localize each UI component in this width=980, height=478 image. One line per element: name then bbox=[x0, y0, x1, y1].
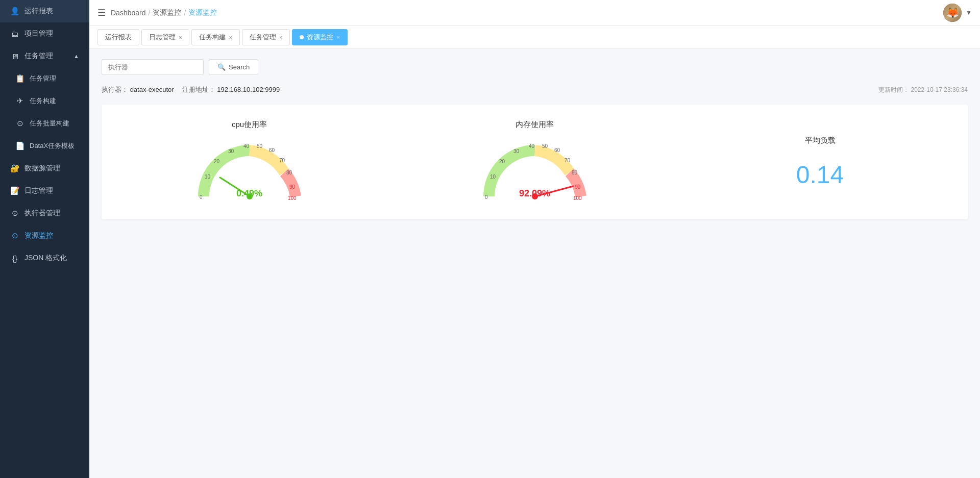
sidebar-item-label: 执行器管理 bbox=[24, 209, 60, 218]
tabs-bar: 运行报表 日志管理 × 任务构建 × 任务管理 × 资源监控 × bbox=[89, 26, 980, 49]
sidebar-item-executor-mgmt[interactable]: ⊙ 执行器管理 bbox=[0, 202, 89, 224]
sidebar-item-datasource-mgmt[interactable]: 🔐 数据源管理 bbox=[0, 157, 89, 180]
tab-log-mgmt-label: 日志管理 bbox=[149, 33, 176, 42]
sidebar-item-label: 任务管理 bbox=[24, 52, 53, 61]
sidebar-item-label: DataX任务模板 bbox=[30, 141, 75, 150]
sidebar-item-label: 任务管理 bbox=[30, 74, 56, 83]
svg-text:50: 50 bbox=[257, 143, 263, 149]
register-addr-label: 注册地址： 192.168.10.102:9999 bbox=[182, 85, 280, 94]
avatar-dropdown-arrow[interactable]: ▼ bbox=[966, 9, 972, 16]
svg-text:80: 80 bbox=[572, 170, 578, 175]
monitor-header: 执行器： datax-executor 注册地址： 192.168.10.102… bbox=[102, 85, 968, 94]
sidebar-item-label: 任务构建 bbox=[30, 96, 56, 106]
search-button-label: Search bbox=[229, 63, 250, 71]
svg-text:20: 20 bbox=[499, 159, 505, 164]
tab-task-mgmt-label: 任务管理 bbox=[250, 33, 276, 42]
cpu-value: 0.49% bbox=[236, 188, 262, 199]
search-button[interactable]: 🔍 Search bbox=[209, 59, 258, 75]
sidebar-item-label: 数据源管理 bbox=[24, 164, 60, 173]
sidebar-item-datax-template[interactable]: 📄 DataX任务模板 bbox=[0, 135, 89, 157]
sidebar: 👤 运行报表 🗂 项目管理 🖥 任务管理 ▲ 📋 任务管理 ✈ 任务构建 ⊙ 任… bbox=[0, 0, 89, 478]
sidebar-item-log-mgmt[interactable]: 📝 日志管理 bbox=[0, 180, 89, 202]
svg-text:10: 10 bbox=[490, 174, 496, 180]
gauges-container: cpu使用率 0 10 20 bbox=[102, 105, 968, 219]
breadcrumb: Dashboard / 资源监控 / 资源监控 bbox=[111, 8, 217, 17]
memory-gauge-section: 内存使用率 0 10 20 30 40 50 60 bbox=[397, 120, 672, 204]
datasource-mgmt-icon: 🔐 bbox=[10, 164, 19, 173]
sidebar-item-resource-monitor[interactable]: ⊙ 资源监控 bbox=[0, 224, 89, 247]
task-mgmt-group-icon: 🖥 bbox=[10, 52, 19, 61]
task-batch-build-icon: ⊙ bbox=[15, 119, 24, 128]
search-bar: 🔍 Search bbox=[102, 59, 968, 75]
tab-resource-monitor-close[interactable]: × bbox=[336, 34, 339, 40]
json-format-icon: {} bbox=[10, 254, 19, 263]
sidebar-item-task-mgmt-group[interactable]: 🖥 任务管理 ▲ bbox=[0, 45, 89, 67]
task-build-icon: ✈ bbox=[15, 96, 24, 106]
breadcrumb-dashboard[interactable]: Dashboard bbox=[111, 9, 146, 17]
tab-task-build-label: 任务构建 bbox=[199, 33, 226, 42]
sidebar-item-task-build[interactable]: ✈ 任务构建 bbox=[0, 90, 89, 112]
sidebar-item-run-report[interactable]: 👤 运行报表 bbox=[0, 0, 89, 22]
svg-text:0: 0 bbox=[485, 194, 488, 200]
update-time: 更新时间： 2022-10-17 23:36:34 bbox=[878, 86, 968, 94]
avg-load-section: 平均负载 0.14 bbox=[682, 120, 958, 204]
tab-resource-monitor[interactable]: 资源监控 × bbox=[292, 29, 347, 45]
svg-text:90: 90 bbox=[289, 184, 296, 190]
tab-task-mgmt[interactable]: 任务管理 × bbox=[242, 29, 290, 45]
cpu-gauge-title: cpu使用率 bbox=[232, 120, 267, 130]
avatar-image: 🦊 bbox=[943, 4, 962, 22]
avatar[interactable]: 🦊 bbox=[943, 4, 962, 22]
tab-resource-monitor-label: 资源监控 bbox=[307, 33, 333, 42]
sidebar-item-label: JSON 格式化 bbox=[24, 254, 67, 263]
hamburger-icon[interactable]: ☰ bbox=[97, 7, 106, 18]
monitor-info: 执行器： datax-executor 注册地址： 192.168.10.102… bbox=[102, 85, 280, 94]
sidebar-item-label: 项目管理 bbox=[24, 29, 53, 38]
cpu-gauge-section: cpu使用率 0 10 20 bbox=[112, 120, 387, 204]
svg-text:0: 0 bbox=[200, 194, 203, 200]
avg-load-value: 0.14 bbox=[796, 161, 844, 189]
sidebar-item-label: 任务批量构建 bbox=[30, 119, 69, 128]
tab-run-report[interactable]: 运行报表 bbox=[97, 29, 139, 45]
sidebar-item-task-batch-build[interactable]: ⊙ 任务批量构建 bbox=[0, 112, 89, 135]
svg-text:90: 90 bbox=[575, 184, 581, 190]
sidebar-item-project-mgmt[interactable]: 🗂 项目管理 bbox=[0, 22, 89, 45]
cpu-gauge-wrapper: 0 10 20 30 40 50 60 70 80 90 100 bbox=[193, 138, 306, 204]
svg-text:10: 10 bbox=[205, 174, 211, 180]
tab-run-report-label: 运行报表 bbox=[105, 33, 132, 42]
sidebar-item-label: 运行报表 bbox=[24, 7, 53, 16]
memory-gauge-wrapper: 0 10 20 30 40 50 60 70 80 90 100 bbox=[479, 138, 591, 204]
svg-text:20: 20 bbox=[214, 159, 220, 164]
log-mgmt-icon: 📝 bbox=[10, 186, 19, 195]
svg-text:30: 30 bbox=[228, 148, 234, 154]
svg-text:100: 100 bbox=[573, 195, 582, 201]
breadcrumb-current: 资源监控 bbox=[188, 8, 217, 17]
executor-search-input[interactable] bbox=[102, 59, 204, 75]
svg-text:60: 60 bbox=[269, 147, 275, 153]
svg-text:60: 60 bbox=[554, 147, 560, 153]
sidebar-item-label: 日志管理 bbox=[24, 186, 53, 195]
task-mgmt-sub-icon: 📋 bbox=[15, 74, 24, 83]
svg-text:30: 30 bbox=[513, 148, 520, 154]
topbar-right: 🦊 ▼ bbox=[943, 4, 972, 22]
sidebar-item-json-format[interactable]: {} JSON 格式化 bbox=[0, 247, 89, 269]
svg-text:70: 70 bbox=[565, 158, 571, 163]
tab-task-mgmt-close[interactable]: × bbox=[279, 34, 282, 40]
tab-task-build-close[interactable]: × bbox=[229, 34, 232, 40]
breadcrumb-resource-monitor-1[interactable]: 资源监控 bbox=[153, 8, 181, 17]
breadcrumb-sep-2: / bbox=[184, 9, 186, 17]
svg-text:100: 100 bbox=[288, 195, 297, 201]
search-icon: 🔍 bbox=[217, 63, 226, 71]
project-mgmt-icon: 🗂 bbox=[10, 30, 19, 38]
tab-log-mgmt-close[interactable]: × bbox=[179, 34, 182, 40]
tab-task-build[interactable]: 任务构建 × bbox=[191, 29, 239, 45]
sidebar-item-label: 资源监控 bbox=[24, 231, 53, 240]
content-area: 🔍 Search 执行器： datax-executor 注册地址： 192.1… bbox=[89, 49, 980, 478]
sidebar-item-task-mgmt[interactable]: 📋 任务管理 bbox=[0, 67, 89, 90]
datax-template-icon: 📄 bbox=[15, 141, 24, 150]
svg-text:70: 70 bbox=[279, 158, 285, 163]
svg-text:50: 50 bbox=[542, 143, 548, 149]
svg-text:80: 80 bbox=[286, 170, 292, 175]
tab-log-mgmt[interactable]: 日志管理 × bbox=[141, 29, 189, 45]
run-report-icon: 👤 bbox=[10, 7, 19, 16]
topbar: ☰ Dashboard / 资源监控 / 资源监控 🦊 ▼ bbox=[89, 0, 980, 26]
